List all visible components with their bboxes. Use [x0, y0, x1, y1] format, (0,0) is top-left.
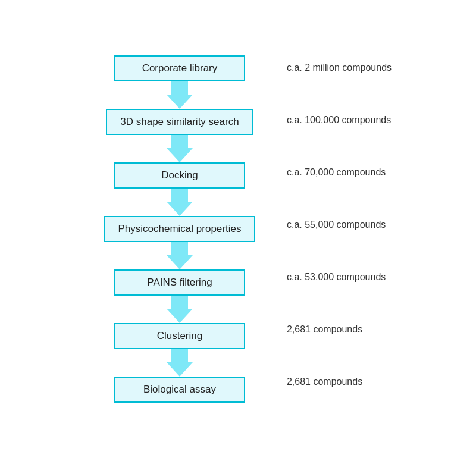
label-clustering: 2,681 compounds: [287, 324, 392, 335]
step-box-clustering: Clustering: [114, 323, 245, 349]
arrow-head: [167, 255, 193, 269]
step-box-corporate-library: Corporate library: [114, 55, 245, 81]
arrow-clustering: [167, 349, 193, 377]
step-box-pains: PAINS filtering: [114, 269, 245, 296]
label-pains: c.a. 53,000 compounds: [287, 272, 392, 283]
arrow-physicochemical: [167, 242, 193, 269]
arrow-head: [167, 95, 193, 109]
label-physicochemical: c.a. 55,000 compounds: [287, 219, 392, 230]
arrow-corporate-library: [167, 81, 193, 109]
step-box-3d-shape: 3D shape similarity search: [106, 109, 253, 135]
arrow-head: [167, 309, 193, 323]
arrow-head: [167, 202, 193, 216]
labels-column: c.a. 2 million compoundsc.a. 100,000 com…: [275, 55, 392, 387]
arrow-shaft: [171, 242, 188, 255]
arrow-pains: [167, 296, 193, 323]
flowchart: Corporate library3D shape similarity sea…: [67, 43, 409, 415]
label-corporate-library: c.a. 2 million compounds: [287, 62, 392, 73]
arrow-shaft: [171, 296, 188, 309]
step-box-docking: Docking: [114, 162, 245, 189]
arrow-head: [167, 148, 193, 162]
arrow-shaft: [171, 81, 188, 95]
arrow-shaft: [171, 349, 188, 362]
step-box-biological-assay: Biological assay: [114, 377, 245, 403]
arrow-shaft: [171, 135, 188, 148]
arrow-shaft: [171, 189, 188, 202]
arrow-3d-shape: [167, 135, 193, 162]
label-3d-shape: c.a. 100,000 compounds: [287, 115, 392, 126]
flow-steps: Corporate library3D shape similarity sea…: [84, 55, 275, 403]
arrow-docking: [167, 189, 193, 216]
label-docking: c.a. 70,000 compounds: [287, 167, 392, 178]
step-box-physicochemical: Physicochemical properties: [104, 216, 255, 242]
arrow-head: [167, 362, 193, 377]
label-biological-assay: 2,681 compounds: [287, 377, 392, 387]
